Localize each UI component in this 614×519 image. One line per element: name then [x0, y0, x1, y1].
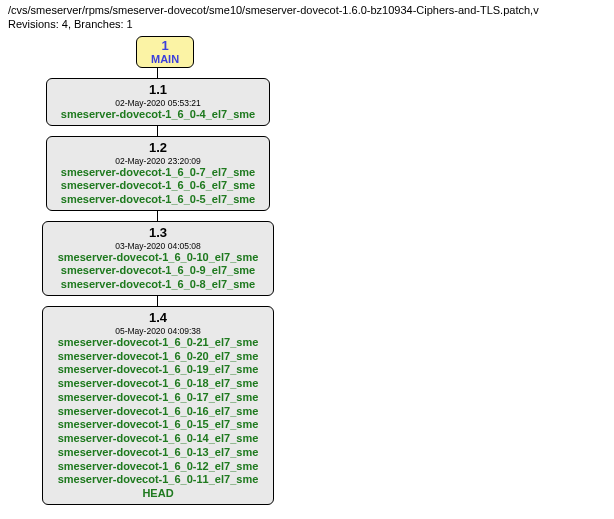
revision-number: 1.3 [51, 225, 265, 241]
revision-tag: smeserver-dovecot-1_6_0-21_el7_sme [51, 336, 265, 350]
revision-tag: smeserver-dovecot-1_6_0-13_el7_sme [51, 446, 265, 460]
revision-number: 1.4 [51, 310, 265, 326]
revision-tag: smeserver-dovecot-1_6_0-14_el7_sme [51, 432, 265, 446]
connector [157, 126, 158, 136]
revision-tag: smeserver-dovecot-1_6_0-18_el7_sme [51, 377, 265, 391]
revision-number: 1.1 [55, 82, 261, 98]
revision-tag: smeserver-dovecot-1_6_0-8_el7_sme [51, 278, 265, 292]
revision-tag: smeserver-dovecot-1_6_0-10_el7_sme [51, 251, 265, 265]
branch-node: 1 MAIN [136, 36, 194, 68]
revision-tag: smeserver-dovecot-1_6_0-5_el7_sme [55, 193, 261, 207]
revision-node: 1.202-May-2020 23:20:09smeserver-dovecot… [46, 136, 270, 211]
revision-node: 1.102-May-2020 05:53:21smeserver-dovecot… [46, 78, 270, 126]
revision-tag: smeserver-dovecot-1_6_0-6_el7_sme [55, 179, 261, 193]
connector [157, 211, 158, 221]
revision-date: 02-May-2020 05:53:21 [55, 98, 261, 108]
revision-node: 1.405-May-2020 04:09:38smeserver-dovecot… [42, 306, 274, 505]
connector [157, 68, 158, 78]
revision-tag: smeserver-dovecot-1_6_0-20_el7_sme [51, 350, 265, 364]
revision-tag: smeserver-dovecot-1_6_0-12_el7_sme [51, 460, 265, 474]
revision-graph: 1 MAIN 1.102-May-2020 05:53:21smeserver-… [8, 36, 614, 505]
revision-tag: smeserver-dovecot-1_6_0-17_el7_sme [51, 391, 265, 405]
revision-number: 1.2 [55, 140, 261, 156]
revision-tag: smeserver-dovecot-1_6_0-9_el7_sme [51, 264, 265, 278]
revision-tag: smeserver-dovecot-1_6_0-16_el7_sme [51, 405, 265, 419]
revision-tag: smeserver-dovecot-1_6_0-7_el7_sme [55, 166, 261, 180]
revision-date: 05-May-2020 04:09:38 [51, 326, 265, 336]
revision-tag: HEAD [51, 487, 265, 501]
revision-tag: smeserver-dovecot-1_6_0-19_el7_sme [51, 363, 265, 377]
revision-tag: smeserver-dovecot-1_6_0-11_el7_sme [51, 473, 265, 487]
connector [157, 296, 158, 306]
revision-date: 03-May-2020 04:05:08 [51, 241, 265, 251]
revision-tag: smeserver-dovecot-1_6_0-15_el7_sme [51, 418, 265, 432]
branch-name: MAIN [151, 53, 179, 65]
revisions-summary: Revisions: 4, Branches: 1 [8, 18, 614, 30]
file-path: /cvs/smeserver/rpms/smeserver-dovecot/sm… [8, 4, 614, 16]
revision-date: 02-May-2020 23:20:09 [55, 156, 261, 166]
branch-number: 1 [151, 39, 179, 53]
revision-node: 1.303-May-2020 04:05:08smeserver-dovecot… [42, 221, 274, 296]
revision-tag: smeserver-dovecot-1_6_0-4_el7_sme [55, 108, 261, 122]
